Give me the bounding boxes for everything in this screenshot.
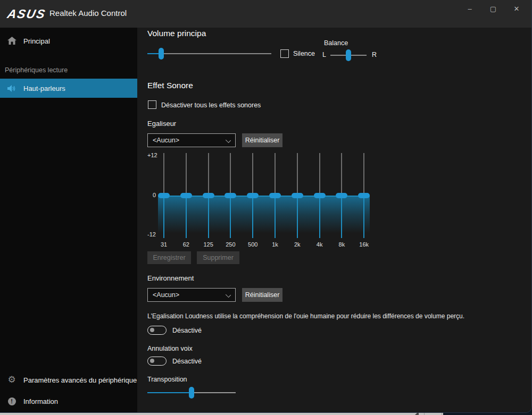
eq-freq-label: 500 [248,241,257,248]
eq-band-slider[interactable] [158,153,170,238]
eq-band-slider[interactable] [358,153,370,238]
gear-icon: ⚙ [7,375,16,385]
volume-section-title: Volume principa [147,29,206,38]
eq-track-lower [275,196,276,238]
loudness-state-label: Désactivé [172,327,202,334]
eq-freq-label: 8k [339,241,345,248]
close-button[interactable]: ✕ [505,1,528,16]
eq-track-upper [275,153,276,196]
eq-band-thumb[interactable] [158,193,170,198]
equalizer-area: +12 0 -12 31621252505001k2k4k8k16k [147,151,376,252]
screen: ASUS Realtek Audio Control – ▢ ✕ Princip… [0,0,532,415]
eq-freq-label: 1k [272,241,278,248]
transposition-slider[interactable] [147,386,236,399]
eq-track-upper [363,153,364,196]
environment-preset-value: <Aucun> [153,291,179,299]
environment-reset-button[interactable]: Réinitialiser [242,288,282,302]
toggle-knob [150,359,154,363]
disable-all-effects-checkbox[interactable] [148,100,156,109]
balance-slider[interactable] [330,49,367,62]
eq-band-slider[interactable] [225,153,236,238]
eq-band-thumb[interactable] [269,193,281,198]
balance-left-label: L [322,51,326,58]
minimize-button[interactable]: – [458,1,481,16]
titlebar: ASUS Realtek Audio Control – ▢ ✕ [0,0,531,28]
equalizer-reset-button[interactable]: Réinitialiser [242,133,282,147]
eq-band-thumb[interactable] [358,193,370,198]
eq-band-slider[interactable] [247,153,259,238]
eq-freq-label: 62 [183,241,189,248]
eq-scale-zero: 0 [147,192,156,198]
environment-preset-dropdown[interactable]: <Aucun> [147,288,236,302]
eq-track-upper [208,153,209,196]
eq-freq-label: 31 [161,241,167,248]
eq-delete-button[interactable]: Supprimer [197,251,239,264]
eq-band-thumb[interactable] [180,193,192,198]
eq-band-slider[interactable] [336,153,347,238]
sidebar-item-haut-parleurs[interactable]: Haut-parleurs [0,79,137,98]
eq-band-thumb[interactable] [247,193,259,198]
eq-track-lower [341,196,342,238]
eq-track-lower [186,196,187,238]
maximize-button[interactable]: ▢ [481,1,505,16]
equalizer-preset-dropdown[interactable]: <Aucun> [147,133,236,147]
eq-track-upper [230,153,231,196]
equalizer-label: Egaliseur [147,120,176,128]
silence-checkbox[interactable] [280,49,289,58]
eq-freq-label: 4k [317,241,323,248]
balance-label: Balance [324,39,348,47]
chevron-down-icon [226,138,231,143]
eq-save-button[interactable]: Enregistrer [147,251,191,264]
home-icon [7,36,16,46]
chevron-down-icon [226,292,231,298]
eq-band-slider[interactable] [180,153,192,238]
environment-label: Environnement [147,274,194,282]
eq-track-upper [319,153,320,196]
silence-label: Silence [293,50,315,57]
volume-slider[interactable] [147,47,271,60]
sidebar-item-information[interactable]: ! Information [0,392,137,411]
eq-scale-min: -12 [147,231,156,238]
eq-band-thumb[interactable] [314,193,326,198]
eq-track-lower [297,196,298,238]
window-controls: – ▢ ✕ [458,1,528,16]
info-icon: ! [7,396,16,406]
sidebar-item-label: Paramètres avancés du périphérique [23,376,137,384]
loudness-toggle[interactable] [147,326,167,335]
eq-band-thumb[interactable] [336,193,347,198]
sidebar-item-label: Haut-parleurs [23,84,65,92]
voice-cancellation-label: Annulation voix [147,345,193,352]
speaker-icon [7,83,16,93]
eq-track-upper [163,153,164,196]
eq-track-upper [341,153,342,196]
eq-freq-label: 250 [226,241,235,248]
eq-band-slider[interactable] [292,153,303,238]
app-window: ASUS Realtek Audio Control – ▢ ✕ Princip… [0,0,532,413]
voice-cancellation-toggle[interactable] [147,357,167,366]
eq-track-lower [208,196,209,238]
eq-track-upper [297,153,298,196]
volume-slider-thumb[interactable] [159,48,164,60]
eq-track-lower [252,196,253,238]
eq-track-upper [252,153,253,196]
loudness-description: L'Egalisation Loudness utilise la compré… [147,312,488,320]
window-title: Realtek Audio Control [49,9,127,18]
eq-band-thumb[interactable] [203,193,214,198]
eq-band-slider[interactable] [314,153,326,238]
eq-band-slider[interactable] [269,153,281,238]
balance-right-label: R [372,51,377,58]
sidebar-section-label: Périphériques lecture [0,64,137,76]
eq-band-thumb[interactable] [292,193,303,198]
asus-logo: ASUS [6,7,47,21]
eq-scale-max: +12 [147,152,156,158]
toggle-knob [150,328,154,332]
transposition-slider-thumb[interactable] [189,387,194,399]
sidebar-item-parametres-avances[interactable]: ⚙ Paramètres avancés du périphérique [0,370,137,389]
eq-track-lower [363,196,364,238]
sidebar-item-principal[interactable]: Principal [0,31,137,50]
disable-all-effects-label: Désactiver tous les effets sonores [161,101,261,109]
eq-freq-label: 125 [203,241,213,248]
eq-band-slider[interactable] [203,153,214,238]
eq-band-thumb[interactable] [225,193,236,198]
balance-slider-thumb[interactable] [346,49,351,61]
